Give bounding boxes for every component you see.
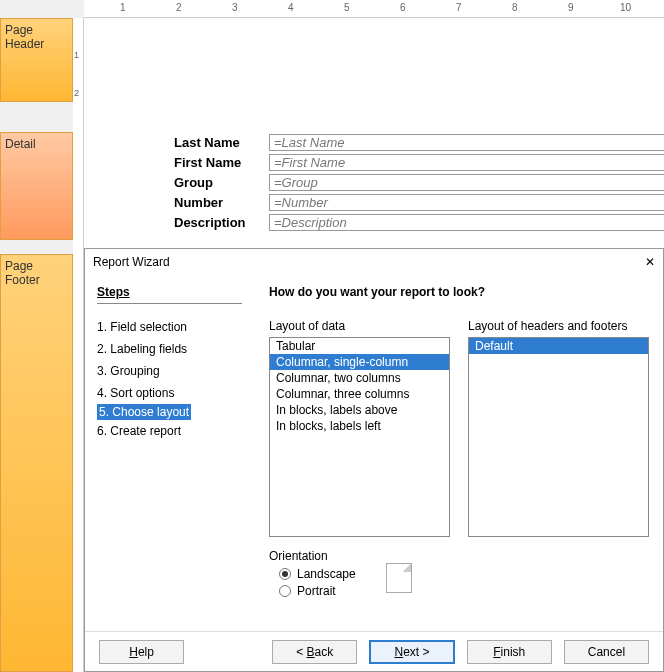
- field-label: First Name: [174, 155, 269, 170]
- ruler-vertical: 1 2: [73, 18, 84, 672]
- steps-pane: Steps 1. Field selection 2. Labeling fie…: [85, 275, 255, 631]
- layout-data-label: Layout of data: [269, 319, 450, 333]
- step-sort-options[interactable]: 4. Sort options: [97, 382, 242, 404]
- cancel-button[interactable]: Cancel: [564, 640, 649, 664]
- layout-hf-listbox[interactable]: Default: [468, 337, 649, 537]
- back-button[interactable]: < Back: [272, 640, 357, 664]
- field-label: Description: [174, 215, 269, 230]
- dialog-title: Report Wizard: [93, 255, 170, 269]
- field-placeholder[interactable]: =First Name: [269, 154, 664, 171]
- help-button[interactable]: Help: [99, 640, 184, 664]
- ruler-horizontal: 1 2 3 4 5 6 7 8 9 10: [84, 0, 664, 18]
- report-wizard-dialog: Report Wizard ✕ Steps 1. Field selection…: [84, 248, 664, 672]
- layout-option[interactable]: Columnar, three columns: [270, 386, 449, 402]
- step-choose-layout[interactable]: 5. Choose layout: [97, 404, 191, 420]
- field-row: Description=Description: [174, 212, 664, 232]
- step-labeling-fields[interactable]: 2. Labeling fields: [97, 338, 242, 360]
- report-designer: Page Header Detail Page Footer 1 2 3 4 5…: [0, 0, 664, 672]
- wizard-question: How do you want your report to look?: [269, 285, 649, 299]
- field-placeholder[interactable]: =Number: [269, 194, 664, 211]
- field-row: Number=Number: [174, 192, 664, 212]
- section-page-header[interactable]: Page Header: [0, 18, 73, 102]
- step-create-report[interactable]: 6. Create report: [97, 420, 242, 442]
- field-label: Last Name: [174, 135, 269, 150]
- dialog-titlebar: Report Wizard ✕: [85, 249, 663, 275]
- field-row: Last Name=Last Name: [174, 132, 664, 152]
- orientation-portrait[interactable]: Portrait: [279, 584, 356, 598]
- detail-fields: Last Name=Last Name First Name=First Nam…: [174, 132, 664, 232]
- field-row: Group=Group: [174, 172, 664, 192]
- step-field-selection[interactable]: 1. Field selection: [97, 316, 242, 338]
- wizard-main-pane: How do you want your report to look? Lay…: [255, 275, 663, 631]
- orientation-label: Orientation: [269, 549, 356, 563]
- radio-icon: [279, 585, 291, 597]
- next-button[interactable]: Next >: [369, 640, 454, 664]
- field-row: First Name=First Name: [174, 152, 664, 172]
- field-placeholder[interactable]: =Last Name: [269, 134, 664, 151]
- section-label: Detail: [5, 137, 36, 151]
- radio-label: Portrait: [297, 584, 336, 598]
- layout-option[interactable]: In blocks, labels left: [270, 418, 449, 434]
- layout-option[interactable]: Tabular: [270, 338, 449, 354]
- finish-button[interactable]: Finish: [467, 640, 552, 664]
- layout-option[interactable]: In blocks, labels above: [270, 402, 449, 418]
- field-label: Number: [174, 195, 269, 210]
- hf-option[interactable]: Default: [469, 338, 648, 354]
- section-label: Page Header: [5, 23, 44, 51]
- close-icon[interactable]: ✕: [645, 255, 655, 269]
- layout-data-listbox[interactable]: Tabular Columnar, single-column Columnar…: [269, 337, 450, 537]
- field-label: Group: [174, 175, 269, 190]
- orientation-landscape[interactable]: Landscape: [279, 567, 356, 581]
- layout-option[interactable]: Columnar, single-column: [270, 354, 449, 370]
- field-placeholder[interactable]: =Group: [269, 174, 664, 191]
- section-page-footer[interactable]: Page Footer: [0, 254, 73, 672]
- page-preview-icon: [386, 563, 412, 593]
- layout-option[interactable]: Columnar, two columns: [270, 370, 449, 386]
- layout-hf-label: Layout of headers and footers: [468, 319, 649, 333]
- steps-heading: Steps: [97, 285, 242, 304]
- section-detail[interactable]: Detail: [0, 132, 73, 240]
- step-grouping[interactable]: 3. Grouping: [97, 360, 242, 382]
- radio-label: Landscape: [297, 567, 356, 581]
- dialog-buttons: Help < Back Next > Finish Cancel: [85, 631, 663, 672]
- section-label: Page Footer: [5, 259, 40, 287]
- radio-icon: [279, 568, 291, 580]
- field-placeholder[interactable]: =Description: [269, 214, 664, 231]
